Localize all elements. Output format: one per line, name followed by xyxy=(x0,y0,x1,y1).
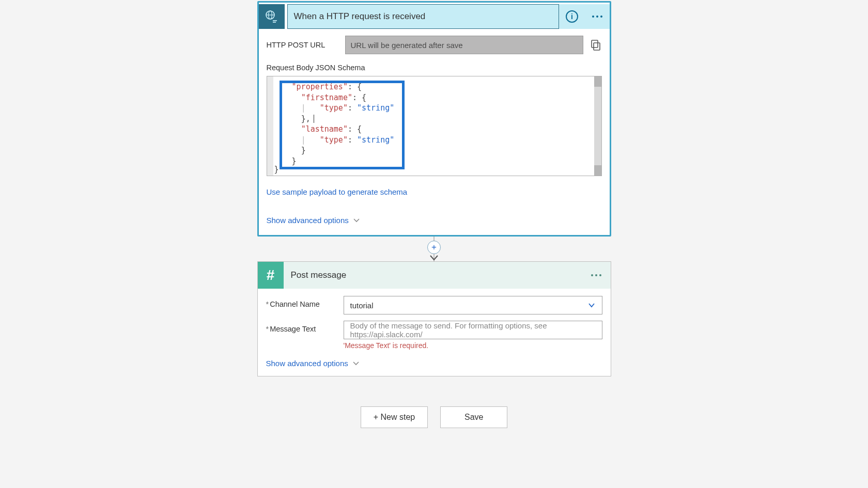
editor-scrollbar[interactable] xyxy=(594,76,601,176)
action-title: Post message xyxy=(284,270,591,280)
http-url-label: HTTP POST URL xyxy=(267,41,339,49)
http-request-icon xyxy=(259,4,285,29)
schema-label: Request Body JSON Schema xyxy=(267,64,602,72)
show-advanced-options-link[interactable]: Show advanced options xyxy=(267,216,360,225)
text-cursor xyxy=(314,115,314,123)
action-show-advanced-text: Show advanced options xyxy=(266,359,348,368)
channel-name-label: *Channel Name xyxy=(266,296,344,308)
slack-icon: # xyxy=(258,262,284,289)
trigger-title: When a HTTP request is received xyxy=(287,4,559,29)
use-sample-payload-link[interactable]: Use sample payload to generate schema xyxy=(267,187,408,196)
scrollbar-thumb[interactable] xyxy=(594,165,601,176)
footer: + New step Save xyxy=(257,406,611,428)
chevron-down-icon xyxy=(352,360,360,367)
svg-rect-5 xyxy=(594,43,600,50)
message-text-placeholder: Body of the message to send. For formatt… xyxy=(350,321,596,339)
trigger-title-text: When a HTTP request is received xyxy=(294,11,426,22)
svg-rect-6 xyxy=(592,40,598,48)
arrow-down-icon xyxy=(429,254,439,261)
save-button[interactable]: Save xyxy=(440,406,507,428)
schema-editor[interactable]: "properties": { "firstname": { | "type":… xyxy=(267,76,602,176)
action-header[interactable]: # Post message xyxy=(258,262,611,289)
trigger-card: When a HTTP request is received i HTTP P… xyxy=(257,1,611,237)
trigger-header[interactable]: When a HTTP request is received i xyxy=(259,3,610,30)
message-text-label: *Message Text xyxy=(266,321,344,333)
http-url-field: URL will be generated after save xyxy=(345,36,583,54)
chevron-down-icon xyxy=(353,217,360,224)
info-icon[interactable]: i xyxy=(566,10,578,23)
channel-name-select[interactable]: tutorial xyxy=(344,296,602,314)
show-advanced-text: Show advanced options xyxy=(267,216,349,225)
add-step-between-button[interactable]: + xyxy=(427,241,441,254)
copy-icon[interactable] xyxy=(590,39,602,51)
message-text-error: 'Message Text' is required. xyxy=(344,341,602,350)
new-step-button[interactable]: + New step xyxy=(361,406,428,428)
channel-name-value: tutorial xyxy=(350,301,374,310)
action-show-advanced-link[interactable]: Show advanced options xyxy=(266,359,360,368)
trigger-menu-icon[interactable] xyxy=(592,15,602,18)
http-url-value: URL will be generated after save xyxy=(351,41,463,50)
connector: + xyxy=(257,237,611,261)
action-card: # Post message *Channel Name tutorial *M… xyxy=(257,261,611,376)
message-text-input[interactable]: Body of the message to send. For formatt… xyxy=(344,321,602,339)
schema-closing-brace: } xyxy=(274,165,279,174)
editor-gutter xyxy=(267,76,273,176)
chevron-down-icon xyxy=(587,301,596,309)
schema-code: "properties": { "firstname": { | "type":… xyxy=(283,82,395,166)
scrollbar-thumb[interactable] xyxy=(594,76,601,87)
action-menu-icon[interactable] xyxy=(591,274,611,276)
